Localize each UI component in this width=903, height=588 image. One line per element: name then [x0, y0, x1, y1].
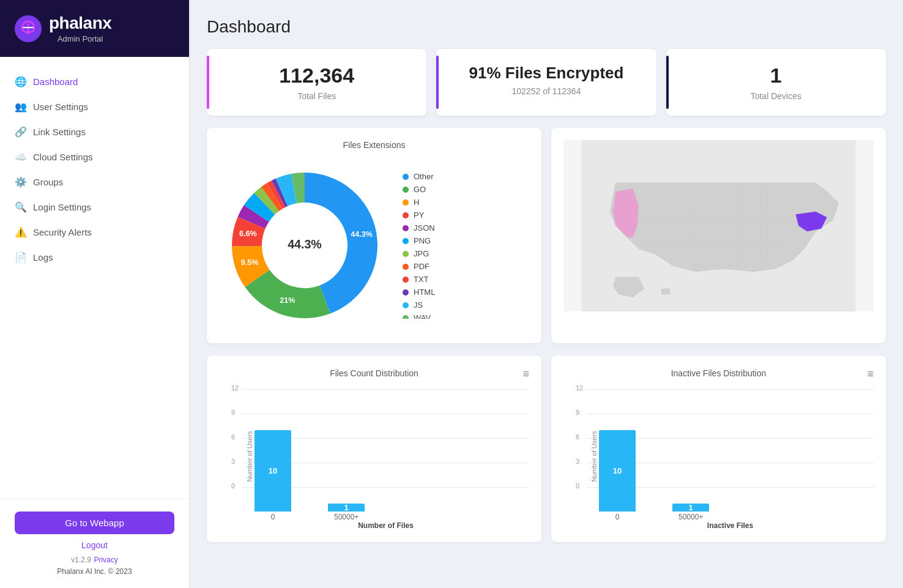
files-count-chart: Number of Users129630 10 0 1 50000+Numbe… [219, 383, 529, 530]
inactive-files-chart: Number of Users129630 10 0 1 50000+Inact… [563, 383, 874, 530]
legend-dot-txt [403, 277, 409, 283]
stat-card-files-encrypted: 91% Files Encrypted 102252 of 112364 [436, 49, 656, 116]
files-encrypted-value: 91% Files Encrypted [469, 64, 624, 83]
sidebar-item-dashboard[interactable]: 🌐Dashboard [0, 69, 189, 94]
login-settings-label: Login Settings [33, 202, 91, 212]
grid-line [242, 414, 529, 414]
bar-1: 1 [328, 504, 365, 512]
sidebar-item-groups[interactable]: ⚙️Groups [0, 169, 189, 195]
legend-item-h: H [403, 198, 529, 207]
privacy-link[interactable]: Privacy [94, 556, 117, 564]
sidebar-header: phalanx Admin Portal [0, 0, 189, 57]
legend-item-py: PY [403, 210, 529, 220]
security-alerts-label: Security Alerts [33, 227, 92, 237]
legend-item-json: JSON [403, 223, 529, 233]
user-settings-label: User Settings [33, 102, 88, 112]
legend-label-h: H [414, 198, 419, 207]
login-settings-icon: 🔍 [15, 201, 27, 213]
sidebar-item-cloud-settings[interactable]: ☁️Cloud Settings [0, 144, 189, 169]
legend-label-js: JS [414, 300, 423, 310]
app-subtitle: Admin Portal [49, 34, 111, 43]
chart-row-2: Files Count Distribution ≡ Number of Use… [207, 355, 886, 542]
legend-dot-wav [403, 315, 409, 319]
total-devices-value: 1 [770, 64, 782, 87]
legend-dot-js [403, 302, 409, 308]
groups-icon: ⚙️ [15, 176, 27, 188]
total-devices-label: Total Devices [751, 91, 801, 101]
dashboard-label: Dashboard [33, 76, 78, 87]
svg-text:44.3%: 44.3% [351, 230, 373, 239]
grid-line [587, 389, 874, 390]
legend-dot-jpg [403, 251, 409, 257]
legend-label-txt: TXT [414, 275, 429, 284]
sidebar: phalanx Admin Portal 🌐Dashboard👥User Set… [0, 0, 190, 588]
logs-label: Logs [33, 252, 53, 262]
legend-item-other: Other [403, 172, 529, 181]
sidebar-item-security-alerts[interactable]: ⚠️Security Alerts [0, 220, 189, 245]
files-encrypted-label: 102252 of 112364 [512, 86, 581, 96]
total-files-label: Total Files [297, 91, 336, 101]
legend-item-pdf: PDF [403, 262, 529, 271]
x-axis-title: Inactive Files [587, 521, 874, 530]
groups-label: Groups [33, 177, 63, 187]
y-label: 9 [231, 409, 235, 416]
legend-label-jpg: JPG [414, 249, 429, 258]
donut-chart: 44.3%21%9.5%6.6%44.3% [219, 160, 390, 331]
legend-dot-other [403, 174, 409, 180]
security-alerts-icon: ⚠️ [15, 226, 27, 238]
legend-item-wav: WAV [403, 313, 529, 319]
user-settings-icon: 👥 [15, 101, 27, 113]
legend-dot-png [403, 238, 409, 244]
logo-text: phalanx Admin Portal [49, 13, 111, 43]
legend-item-jpg: JPG [403, 249, 529, 258]
sidebar-nav: 🌐Dashboard👥User Settings🔗Link Settings☁️… [0, 57, 189, 499]
y-label: 0 [576, 482, 579, 489]
legend-dot-h [403, 199, 409, 206]
link-settings-label: Link Settings [33, 127, 86, 137]
legend-item-go: GO [403, 185, 529, 194]
legend-label-other: Other [414, 172, 434, 181]
chart-row-1: Files Extensions 44.3%21%9.5%6.6%44.3% O… [207, 128, 886, 343]
y-label: 3 [576, 458, 579, 465]
bar-0: 10 [255, 430, 291, 512]
legend-label-py: PY [414, 210, 424, 220]
svg-text:6.6%: 6.6% [239, 229, 257, 238]
company-text: Phalanx AI Inc. © 2023 [15, 567, 174, 576]
x-axis-title: Number of Files [242, 521, 529, 530]
inactive-files-title: Inactive Files Distribution [641, 368, 797, 378]
donut-container: 44.3%21%9.5%6.6%44.3% OtherGOHPYJSONPNGJ… [219, 160, 529, 331]
go-webapp-button[interactable]: Go to Webapp [15, 512, 174, 534]
x-label-0: 0 [261, 513, 285, 521]
files-extensions-title: Files Extensions [219, 140, 529, 150]
sidebar-footer: Go to Webapp Logout v1.2.9 Privacy Phala… [0, 499, 189, 588]
dashboard-icon: 🌐 [15, 76, 27, 87]
logout-link[interactable]: Logout [15, 540, 174, 550]
legend-item-txt: TXT [403, 275, 529, 284]
files-count-menu-icon[interactable]: ≡ [452, 368, 529, 381]
cloud-settings-icon: ☁️ [15, 151, 27, 163]
us-map-panel [551, 128, 886, 343]
legend-item-png: PNG [403, 236, 529, 245]
files-count-panel: Files Count Distribution ≡ Number of Use… [207, 355, 541, 542]
stat-card-total-devices: 1 Total Devices [666, 49, 886, 116]
legend-label-pdf: PDF [414, 262, 429, 271]
legend: OtherGOHPYJSONPNGJPGPDFTXTHTMLJSWAV [403, 172, 529, 319]
donut-svg: 44.3%21%9.5%6.6%44.3% [219, 160, 390, 331]
inactive-files-menu-icon[interactable]: ≡ [796, 368, 874, 381]
grid-line [242, 389, 529, 390]
sidebar-item-link-settings[interactable]: 🔗Link Settings [0, 119, 189, 144]
sidebar-item-logs[interactable]: 📄Logs [0, 245, 189, 270]
bar-1: 1 [672, 504, 709, 512]
page-title: Dashboard [207, 17, 886, 37]
x-label-1: 50000+ [334, 513, 359, 521]
sidebar-item-login-settings[interactable]: 🔍Login Settings [0, 195, 189, 220]
sidebar-item-user-settings[interactable]: 👥User Settings [0, 94, 189, 119]
legend-dot-pdf [403, 264, 409, 270]
version-info: v1.2.9 Privacy [15, 554, 174, 565]
y-label: 6 [231, 433, 235, 441]
bar-value-1: 1 [688, 503, 693, 512]
inactive-files-panel: Inactive Files Distribution ≡ Number of … [551, 355, 886, 542]
us-map-svg [563, 140, 874, 311]
svg-text:9.5%: 9.5% [241, 258, 259, 267]
bar-0: 10 [599, 430, 636, 512]
